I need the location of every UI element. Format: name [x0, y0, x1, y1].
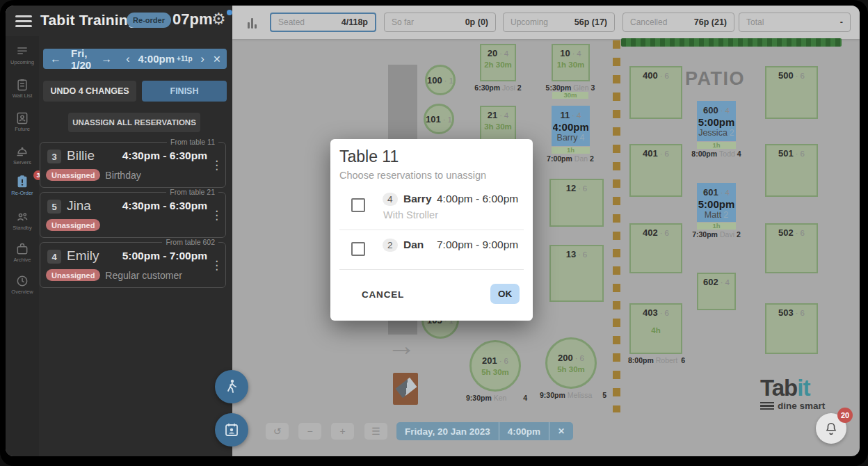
hamburger-menu-icon[interactable] — [15, 15, 32, 27]
table-10[interactable]: 10·4 1h 30m — [552, 44, 590, 81]
sidebar-item-re-order[interactable]: 3 Re-Order — [6, 174, 39, 197]
prev-time-chevron[interactable]: ‹ — [122, 53, 134, 65]
host-stand — [393, 373, 418, 405]
table-403[interactable]: 403·6 4h — [629, 303, 682, 354]
table-502[interactable]: 502·6 — [765, 223, 818, 273]
prev-day-arrow[interactable]: ← — [46, 53, 65, 65]
zoom-out-button[interactable]: − — [298, 423, 321, 440]
ok-button[interactable]: OK — [490, 284, 520, 304]
next-time-chevron[interactable]: › — [197, 53, 209, 65]
minus-icon: − — [307, 426, 312, 437]
device-frame: Tabit Training Re-order 07pm ⚙ Upcoming … — [0, 0, 868, 466]
walkin-button[interactable] — [215, 370, 248, 403]
selected-time[interactable]: 4:00pm — [499, 422, 549, 440]
table-100[interactable]: 100·1 — [425, 65, 456, 95]
reservation-checkbox[interactable] — [351, 242, 365, 256]
table-20[interactable]: 20·4 2h 30m — [480, 44, 516, 81]
next-reservation-label: 8:00pmRobert6 — [628, 356, 685, 364]
stat-seated[interactable]: Seated4/118p — [270, 13, 376, 32]
table-13[interactable]: 13·6 — [549, 245, 604, 302]
table-602[interactable]: 602·4 — [697, 273, 736, 310]
sidebar-item-servers[interactable]: Servers — [6, 145, 39, 166]
table-503[interactable]: 503·6 — [765, 303, 818, 354]
reservation-time: 4:30pm - 6:30pm — [122, 200, 207, 212]
table-12[interactable]: 12·6 — [549, 179, 604, 227]
plus-icon: + — [339, 426, 345, 437]
status-badge: Unassigned — [46, 269, 100, 281]
logo-tagline: dine smart — [778, 401, 825, 411]
selected-date[interactable]: Friday, 20 Jan 2023 — [396, 422, 499, 440]
reorder-clipboard-icon: 3 — [15, 174, 30, 189]
table-200[interactable]: 200·6 5h 30m — [545, 337, 597, 389]
zoom-in-button[interactable]: + — [331, 423, 354, 440]
table-11-selected[interactable]: 11·4 4:00pm Barry4 — [552, 106, 590, 146]
finish-button[interactable]: FINISH — [142, 81, 227, 102]
reservation-note: Regular customer — [105, 270, 182, 281]
stat-cancelled[interactable]: Cancelled76p (21) — [622, 13, 734, 32]
stat-so-far[interactable]: So far0p (0) — [384, 13, 496, 32]
chart-icon[interactable] — [248, 16, 260, 29]
reservation-card[interactable]: From table 21 5 Jina 4:30pm - 6:30pm ⋮ U… — [40, 192, 226, 238]
dialog-title: Table 11 — [339, 147, 399, 166]
sidebar-item-standby[interactable]: Standby — [6, 210, 39, 232]
next-reservation-label: 7:00pmDan2 — [540, 154, 601, 163]
list-view-button[interactable]: ☰ — [364, 423, 387, 440]
person-badge-icon — [15, 111, 29, 125]
table-400[interactable]: 400·6 — [629, 66, 682, 119]
history-button[interactable]: ↺ — [266, 423, 289, 440]
reservation-card[interactable]: From table 602 4 Emily 5:00pm - 7:00pm ⋮… — [40, 242, 226, 288]
card-menu-icon[interactable]: ⋮ — [211, 158, 223, 172]
table-600-selected[interactable]: 600·4 5:00pm Jessica2 — [697, 101, 736, 141]
nav-time: 4:00pm — [138, 53, 175, 65]
guest-name: Emily — [67, 248, 99, 264]
from-table-label: From table 21 — [166, 188, 218, 196]
header-clock: 07pm — [172, 10, 212, 29]
table-402[interactable]: 402·6 — [629, 223, 682, 273]
table-201[interactable]: 201·6 5h 30m — [469, 340, 521, 392]
guest-count-badge: 5 — [47, 200, 61, 214]
reservation-note: Birthday — [105, 170, 140, 181]
card-menu-icon[interactable]: ⋮ — [211, 258, 223, 273]
next-day-arrow[interactable]: → — [97, 53, 116, 65]
next-reservation-label: 9:30pmMelissa5 — [540, 391, 606, 399]
status-badge: Unassigned — [46, 219, 100, 231]
reservation-time: 5:00pm - 7:00pm — [122, 250, 207, 262]
unassign-all-button[interactable]: UNASSIGN ALL RESERVATIONS — [68, 113, 200, 132]
time-remaining-bar: 1h — [697, 223, 736, 230]
close-nav-icon[interactable]: ✕ — [209, 54, 225, 65]
cancel-button[interactable]: CANCEL — [362, 289, 404, 300]
divider — [339, 230, 524, 230]
sidebar-item-wait-list[interactable]: Wait List — [6, 78, 39, 99]
card-menu-icon[interactable]: ⋮ — [211, 208, 223, 223]
patio-divider-dots — [613, 40, 620, 412]
contacts-button[interactable] — [215, 413, 248, 447]
reservation-card[interactable]: From table 11 3 Billie 4:30pm - 6:30pm ⋮… — [40, 142, 226, 188]
guest-count-badge: 3 — [47, 150, 61, 163]
reservation-time: 4:30pm - 6:30pm — [122, 150, 207, 162]
gear-icon[interactable]: ⚙ — [211, 10, 226, 29]
sidebar-item-future[interactable]: Future — [6, 111, 39, 133]
sidebar-item-overview[interactable]: Overview — [6, 274, 39, 296]
clear-date-icon[interactable]: ✕ — [549, 422, 573, 440]
table-500[interactable]: 500·6 — [765, 66, 818, 119]
table-101[interactable]: 101·1 — [424, 104, 454, 134]
sidebar-item-archive[interactable]: Archive — [6, 242, 39, 264]
table-501[interactable]: 501·6 — [765, 144, 818, 197]
undo-changes-button[interactable]: UNDO 4 CHANGES — [43, 81, 136, 102]
time-remaining-bar: 30m — [552, 92, 588, 99]
next-reservation-label: 7:30pmDavi2 — [686, 230, 747, 239]
table-601-selected[interactable]: 601·4 5:00pm Matt2 — [697, 183, 736, 222]
reservation-checkbox[interactable] — [351, 198, 365, 212]
time-remaining-bar: 1h — [697, 142, 736, 149]
divider — [339, 269, 524, 270]
table-401[interactable]: 401·6 — [629, 144, 682, 197]
app-title: Tabit Training — [40, 12, 137, 29]
stat-upcoming[interactable]: Upcoming56p (17) — [503, 13, 615, 32]
time-remaining-bar: 1h — [552, 147, 590, 154]
reservation-time: 4:00pm - 6:00pm — [437, 193, 518, 205]
nav-date: Fri, 1/20 — [71, 47, 91, 71]
stat-total[interactable]: Total- — [739, 13, 851, 32]
from-table-label: From table 11 — [167, 138, 218, 146]
guest-name: Barry — [403, 193, 432, 205]
sidebar-item-upcoming[interactable]: Upcoming — [6, 45, 39, 66]
